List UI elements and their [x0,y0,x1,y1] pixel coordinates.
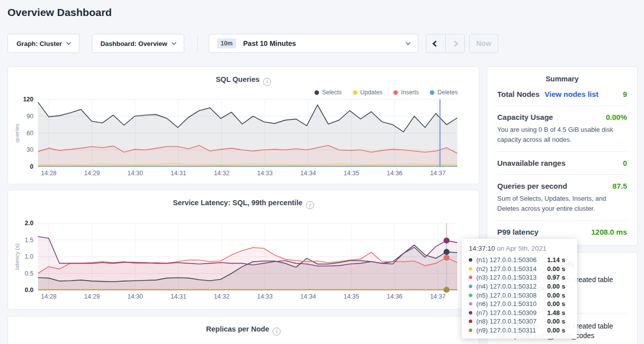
qps-desc: Sum of Selects, Updates, Inserts, and De… [497,194,627,213]
node-color-dot-icon [469,276,472,279]
node-address: (n2) 127.0.0.1:50314 [476,265,547,273]
svg-text:60: 60 [26,130,33,137]
tooltip-node-row: (n8) 127.0.0.1:503070.00 s [469,317,570,326]
chevron-left-icon [432,40,439,47]
svg-text:14:28: 14:28 [41,170,56,177]
svg-text:14:31: 14:31 [171,293,186,300]
service-latency-chart[interactable]: 0.00.51.01.52.014:2814:2914:3014:3114:32… [8,190,479,309]
svg-text:14:31: 14:31 [171,170,186,177]
node-color-dot-icon [469,267,472,271]
svg-text:14:28: 14:28 [41,293,56,300]
node-color-dot-icon [469,294,472,297]
summary-title: Summary [487,75,637,83]
node-latency-value: 0.00 s [547,292,565,299]
capacity-usage-value: 0.00% [606,113,627,121]
summary-row-unavailable: Unavailable ranges 0 [497,152,627,175]
time-range-badge: 10m [217,38,236,48]
time-range-label: Past 10 Minutes [243,39,296,47]
svg-text:2.0: 2.0 [25,220,33,227]
tooltip-node-rows: (n1) 127.0.0.1:503061.14 s(n2) 127.0.0.1… [469,256,570,335]
now-button[interactable]: Now [469,34,498,53]
svg-text:14:36: 14:36 [387,293,402,300]
page-title: Overview Dashboard [7,6,112,18]
svg-text:14:34: 14:34 [301,293,316,300]
dashboard-dropdown[interactable]: Dashboard: Overview [92,34,184,53]
svg-text:14:32: 14:32 [214,170,229,177]
dashboard-controls: Graph: Cluster Dashboard: Overview 10m P… [0,34,644,53]
prev-range-button[interactable] [426,34,445,52]
total-nodes-value: 9 [623,90,627,98]
svg-text:latency (s): latency (s) [14,243,20,270]
svg-text:0.5: 0.5 [25,270,33,277]
node-latency-value: 0.97 s [547,274,565,281]
node-color-dot-icon [469,320,472,323]
svg-text:1.0: 1.0 [25,253,33,260]
svg-text:14:34: 14:34 [301,170,316,177]
node-latency-value: 1.48 s [547,309,565,317]
summary-card: Summary Total Nodes View nodes list 9 Ca… [487,66,638,246]
summary-row-total-nodes: Total Nodes View nodes list 9 [497,83,627,106]
svg-text:14:32: 14:32 [214,293,229,300]
replicas-card: Replicas per Nodei [7,316,479,344]
svg-text:14:33: 14:33 [257,293,273,300]
node-address: (n9) 127.0.0.1:50311 [476,327,547,334]
node-address: (n4) 127.0.0.1:50312 [476,283,547,290]
node-color-dot-icon [469,258,472,262]
controls-divider [197,35,198,52]
time-range-dropdown[interactable]: 10m Past 10 Minutes [209,34,418,53]
svg-text:0.0: 0.0 [25,287,33,294]
node-latency-value: 1.14 s [547,256,565,264]
tooltip-timestamp: 14:37:10 on Apr 5th, 2021 [469,245,570,252]
svg-text:0: 0 [30,163,33,170]
tooltip-node-row: (n2) 127.0.0.1:503140.00 s [469,265,570,274]
sql-queries-chart[interactable]: 030609012014:2814:2914:3014:3114:3214:33… [8,67,479,184]
summary-row-capacity: Capacity Usage 0.00% You are using 0 B o… [497,106,627,152]
svg-text:14:29: 14:29 [84,293,100,300]
svg-text:1.5: 1.5 [25,237,33,244]
tooltip-node-row: (n6) 127.0.0.1:503100.00 s [469,300,570,309]
svg-text:14:37: 14:37 [430,293,445,300]
node-address: (n8) 127.0.0.1:50307 [476,318,547,325]
tooltip-node-row: (n5) 127.0.0.1:503080.00 s [469,291,570,300]
chevron-down-icon [171,40,176,45]
node-color-dot-icon [469,285,472,288]
node-address: (n1) 127.0.0.1:50306 [476,256,547,264]
node-color-dot-icon [469,329,472,332]
svg-text:90: 90 [26,113,33,120]
node-color-dot-icon [469,311,472,315]
node-address: (n5) 127.0.0.1:50308 [476,292,547,299]
tooltip-node-row: (n4) 127.0.0.1:503120.00 s [469,282,570,291]
service-latency-card: Service Latency: SQL, 99th percentilei 0… [7,190,479,310]
svg-text:14:29: 14:29 [84,170,100,177]
graph-dropdown[interactable]: Graph: Cluster [7,34,79,53]
svg-text:14:35: 14:35 [343,293,359,300]
tooltip-node-row: (n1) 127.0.0.1:503061.14 s [469,256,570,265]
node-latency-value: 0.00 s [547,327,565,334]
capacity-usage-desc: You are using 0 B of 4.5 GiB usable disk… [497,125,627,144]
svg-text:120: 120 [23,96,33,103]
node-address: (n6) 127.0.0.1:50310 [476,300,547,308]
time-step-buttons [426,34,465,53]
node-address: (n7) 127.0.0.1:50309 [476,309,547,317]
node-latency-value: 0.00 s [547,300,565,308]
next-range-button[interactable] [445,34,465,52]
chevron-right-icon [452,40,458,47]
svg-text:14:36: 14:36 [387,170,402,177]
p99-latency-value: 1208.0 ms [591,228,627,236]
sql-queries-card: SQL Queriesi SelectsUpdatesInsertsDelete… [7,66,479,184]
summary-body: Total Nodes View nodes list 9 Capacity U… [487,83,637,243]
chart-hover-tooltip: 14:37:10 on Apr 5th, 2021 (n1) 127.0.0.1… [462,239,577,339]
graph-dropdown-label: Graph: Cluster [16,40,62,47]
unavailable-ranges-value: 0 [623,159,627,167]
node-address: (n3) 127.0.0.1:50313 [476,274,547,281]
svg-text:14:33: 14:33 [257,170,273,177]
tooltip-node-row: (n9) 127.0.0.1:503110.00 s [469,326,570,335]
node-latency-value: 0.00 s [547,283,565,290]
node-latency-value: 0.00 s [547,318,565,325]
node-color-dot-icon [469,302,472,306]
view-nodes-list-link[interactable]: View nodes list [545,90,599,98]
info-icon[interactable]: i [273,328,281,336]
replicas-title: Replicas per Nodei [8,325,479,336]
svg-text:14:37: 14:37 [430,170,445,177]
node-latency-value: 0.00 s [547,265,565,273]
